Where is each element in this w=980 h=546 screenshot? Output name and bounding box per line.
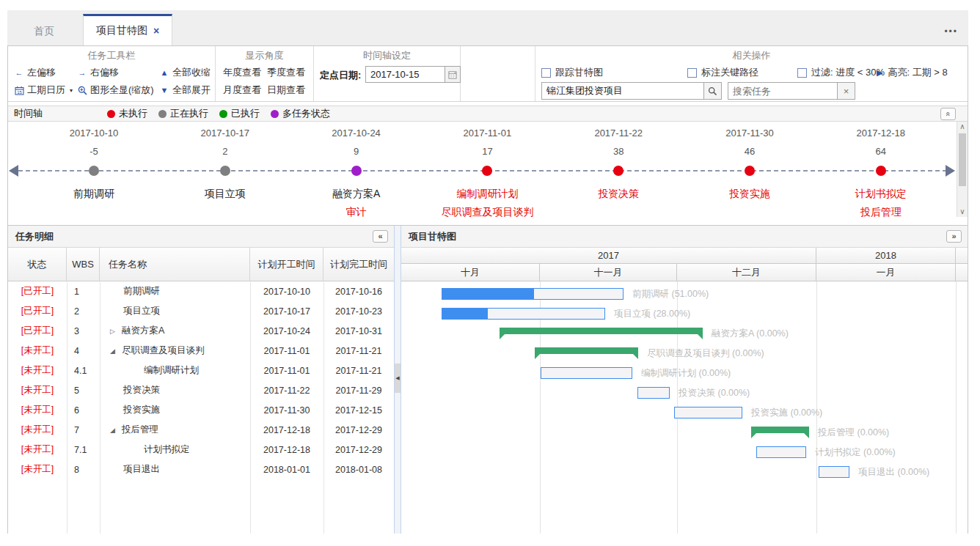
view-button-年度查看[interactable]: 年度查看	[223, 66, 267, 79]
scroll-down-icon[interactable]: ∨	[957, 207, 968, 217]
toolbar: 任务工具栏 ←左偏移→右偏移▲全部收缩 15工期日历▾图形全显(缩放)▼全部展开…	[8, 46, 968, 102]
summary-bar-body	[500, 328, 703, 334]
task-bar-label: 投后管理 (0.00%)	[818, 423, 889, 443]
view-button-月度查看[interactable]: 月度查看	[223, 84, 267, 97]
milestone-day-number: 64	[800, 146, 962, 157]
related-operations-group: 相关操作 跟踪甘特图标注关键路径过滤: 进度 < 30% ▶ 高亮: 工期 > …	[535, 46, 968, 101]
task-bar[interactable]	[541, 367, 632, 379]
milestone-dot-icon[interactable]	[482, 166, 492, 176]
month-header-spacer	[956, 264, 968, 281]
toolbar-button-全部收缩[interactable]: ▲全部收缩	[159, 66, 211, 79]
magnifier-plus-icon	[77, 86, 87, 95]
summary-bar[interactable]	[751, 427, 809, 438]
milestone-dot-icon[interactable]	[89, 166, 99, 176]
task-bar-label: 前期调研 (51.00%)	[632, 284, 709, 304]
milestone-dot-icon[interactable]	[745, 166, 755, 176]
task-search-input[interactable]	[728, 82, 838, 100]
task-name-cell: 投资决策	[100, 384, 250, 396]
task-bar[interactable]	[756, 446, 806, 458]
panel-splitter[interactable]: ◀	[394, 226, 401, 534]
task-bar[interactable]	[674, 407, 742, 418]
tab-gantt[interactable]: 项目甘特图 ×	[83, 14, 172, 45]
arrow-right-icon: →	[77, 68, 87, 77]
splitter-handle-icon[interactable]: ◀	[395, 364, 401, 393]
toolbar-button-图形全显(缩放)[interactable]: 图形全显(缩放)	[77, 84, 159, 97]
gantt-row: 前期调研 (51.00%)	[401, 284, 968, 304]
table-row[interactable]: [已开工]3▷融资方案A2017-10-242017-10-31	[8, 321, 394, 341]
planned-end-cell: 2017-10-23	[323, 306, 394, 317]
checkbox-icon[interactable]	[797, 68, 807, 78]
task-bar-label: 融资方案A (0.00%)	[712, 324, 789, 344]
view-button-季度查看[interactable]: 季度查看	[267, 66, 311, 79]
expander-expanded-icon[interactable]: ◢	[110, 427, 122, 434]
expander-collapsed-icon[interactable]: ▷	[110, 328, 122, 335]
table-row[interactable]: [未开工]4◢尽职调查及项目谈判2017-11-012017-11-21	[8, 341, 394, 361]
toolbar-button-工期日历[interactable]: 15工期日历▾	[14, 84, 77, 97]
arrow-left-icon: ←	[14, 68, 24, 77]
table-row[interactable]: [未开工]6投资实施2017-11-302017-12-15	[8, 400, 394, 420]
task-bar-label: 项目退出 (0.00%)	[858, 462, 929, 482]
table-row[interactable]: [已开工]1前期调研2017-10-102017-10-16	[8, 281, 394, 301]
task-name-text: 尽职调查及项目谈判	[122, 344, 205, 357]
milestone-dot-icon[interactable]	[876, 166, 886, 176]
task-bar[interactable]	[819, 466, 849, 478]
task-bar[interactable]	[442, 288, 624, 300]
table-row[interactable]: [已开工]2项目立项2017-10-172017-10-23	[8, 301, 394, 321]
checkbox-标注关键路径[interactable]: 标注关键路径	[687, 66, 758, 79]
collapse-panel-button[interactable]: «	[373, 230, 388, 243]
toolbar-button-右偏移[interactable]: →右偏移	[77, 66, 159, 79]
highlight-toggle[interactable]: ▶ 高亮: 工期 > 8	[877, 66, 948, 79]
toolbar-button-全部展开[interactable]: ▼全部展开	[159, 84, 211, 97]
milestone-dot-icon[interactable]	[613, 166, 624, 176]
wbs-cell: 7	[67, 425, 100, 435]
year-header-spacer	[956, 248, 968, 264]
more-menu-icon[interactable]: •••	[944, 26, 958, 37]
task-bar[interactable]	[442, 308, 605, 320]
fixed-date-input[interactable]	[366, 67, 445, 82]
task-bar[interactable]	[637, 387, 670, 399]
checkbox-跟踪甘特图[interactable]: 跟踪甘特图	[541, 66, 603, 79]
legend-label: 多任务状态	[282, 107, 330, 120]
checkbox-icon[interactable]	[687, 68, 697, 78]
table-row[interactable]: [未开工]7.1计划书拟定2017-12-182017-12-29	[8, 440, 394, 460]
calendar-picker-button[interactable]	[445, 67, 460, 82]
milestone-dot-icon[interactable]	[351, 166, 362, 176]
project-search-input[interactable]	[541, 82, 704, 100]
status-badge: [已开工]	[8, 285, 67, 298]
timeline-scrollbar[interactable]: ∧ ∨	[957, 122, 968, 217]
checkbox-icon[interactable]	[541, 68, 551, 78]
checkbox-过滤: 进度 < 30%[interactable]: 过滤: 进度 < 30%	[797, 66, 885, 79]
summary-bar[interactable]	[500, 328, 703, 339]
summary-bar-right-end	[633, 354, 638, 359]
summary-bar-left-end	[535, 354, 540, 359]
expand-panel-button[interactable]: »	[946, 230, 962, 243]
page: 首页 项目甘特图 × ••• 任务工具栏 ←左偏移→右偏移▲全部收缩 15工期日…	[0, 0, 980, 546]
table-row[interactable]: [未开工]5投资决策2017-11-222017-11-29	[8, 380, 394, 400]
milestone-dot-icon[interactable]	[220, 166, 230, 176]
legend-item: 多任务状态	[271, 107, 330, 120]
toolbar-button-左偏移[interactable]: ←左偏移	[14, 66, 77, 79]
task-toolbar-title: 任务工具栏	[8, 46, 215, 62]
planned-start-cell: 2018-01-01	[250, 465, 323, 475]
table-row[interactable]: [未开工]8项目退出2018-01-012018-01-08	[8, 460, 394, 479]
scroll-up-icon[interactable]: ∧	[957, 122, 968, 132]
table-row[interactable]: [未开工]4.1编制调研计划2017-11-012017-11-21	[8, 361, 394, 380]
search-button[interactable]	[703, 82, 722, 100]
scrollbar-thumb[interactable]	[959, 133, 966, 186]
gantt-row: 投资决策 (0.00%)	[401, 383, 968, 403]
status-badge: [未开工]	[8, 344, 67, 357]
fixed-date-label: 定点日期:	[320, 69, 361, 82]
tab-home[interactable]: 首页	[7, 16, 81, 45]
view-button-日期查看[interactable]: 日期查看	[267, 84, 311, 97]
expander-expanded-icon[interactable]: ◢	[110, 347, 122, 355]
clear-search-button[interactable]: ×	[837, 82, 855, 100]
collapse-timeline-button[interactable]: «	[940, 108, 956, 120]
task-name-text: 投后管理	[122, 424, 158, 436]
close-icon[interactable]: ×	[153, 25, 159, 37]
summary-bar[interactable]	[535, 347, 638, 359]
gantt-row: 投后管理 (0.00%)	[401, 423, 968, 443]
legend-label: 已执行	[231, 107, 260, 120]
main-frame: 任务工具栏 ←左偏移→右偏移▲全部收缩 15工期日历▾图形全显(缩放)▼全部展开…	[7, 45, 968, 534]
table-row[interactable]: [未开工]7◢投后管理2017-12-182017-12-29	[8, 420, 394, 440]
task-name-text: 项目立项	[123, 305, 160, 317]
